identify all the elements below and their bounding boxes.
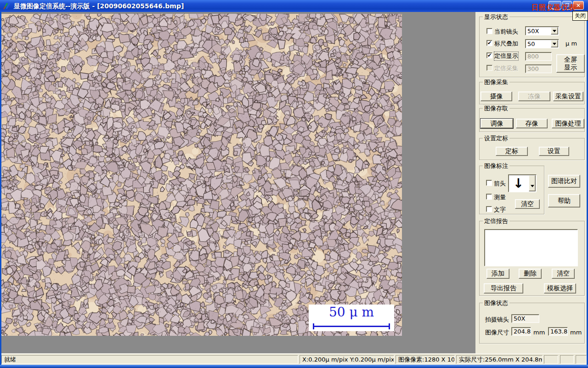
down-arrow-icon: ↓ xyxy=(509,175,528,192)
status-pixels: 图像像素:1280 X 1024 xyxy=(396,355,455,364)
calibrate-button[interactable]: 定标 xyxy=(496,147,528,156)
text-checkbox[interactable] xyxy=(486,206,492,212)
current-lens-label: 当前镜头 xyxy=(494,28,518,36)
group-capture: 图像采集 摄像 冻像 采集设置 xyxy=(479,82,585,104)
control-panel: 显示状态 当前镜头 50X ✔ 标尺叠加 50 μ m ✔ 定倍显示 800 定… xyxy=(475,12,587,353)
micrograph-image xyxy=(1,14,402,336)
status-bar: 就绪 X:0.200μ m/pix Y:0.200μ m/pix 图像像素:12… xyxy=(1,353,587,365)
group-title: 定倍报告 xyxy=(483,217,509,225)
status-ready: 就绪 xyxy=(1,355,298,364)
calibration-setup-button[interactable]: 设置 xyxy=(539,147,569,156)
export-report-button[interactable]: 导出报告 xyxy=(484,283,523,293)
group-annotation: 图像标注 箭头 测量 文字 ↓ 清空 xyxy=(479,166,544,214)
fixed-capture-field: 300 xyxy=(525,64,552,73)
process-image-button[interactable]: 图像处理 xyxy=(552,119,584,128)
report-delete-button[interactable]: 删除 xyxy=(519,269,542,279)
chevron-down-icon[interactable] xyxy=(551,40,558,47)
scale-overlay-select[interactable]: 50 xyxy=(525,39,559,48)
group-title: 图像存取 xyxy=(483,104,509,113)
group-title: 显示状态 xyxy=(483,13,509,21)
fixed-display-label: 定倍显示 xyxy=(494,52,518,60)
load-image-button[interactable]: 调像 xyxy=(481,119,513,128)
scale-overlay-label: 标尺叠加 xyxy=(494,40,518,48)
group-image-status: 图像状态 拍摄镜头 50X 图像尺寸 204.8 mm 163.8 mm xyxy=(479,303,585,344)
report-add-button[interactable]: 添加 xyxy=(486,269,509,279)
text-label: 文字 xyxy=(494,206,506,214)
close-tooltip: 关闭 xyxy=(572,11,588,21)
arrow-checkbox[interactable] xyxy=(486,180,492,186)
measure-checkbox[interactable] xyxy=(486,194,492,200)
group-title: 设置定标 xyxy=(483,134,509,143)
status-resolution: X:0.200μ m/pix Y:0.200μ m/pix xyxy=(300,355,394,364)
help-button[interactable]: 帮助 xyxy=(548,194,580,207)
annotation-clear-button[interactable]: 清空 xyxy=(515,199,540,209)
current-lens-checkbox[interactable] xyxy=(486,28,492,34)
arrow-label: 箭头 xyxy=(494,179,506,188)
report-listbox[interactable] xyxy=(484,229,578,266)
scale-overlay-checkbox[interactable]: ✔ xyxy=(486,40,492,46)
current-lens-select[interactable]: 50X xyxy=(525,26,559,35)
status-empty-panel xyxy=(544,355,558,364)
fixed-display-checkbox[interactable]: ✔ xyxy=(486,52,492,58)
template-select-button[interactable]: 模板选择 xyxy=(544,283,576,293)
app-window: 显微图像定倍系统--演示版 - [20090602055646.bmp] _ ❐… xyxy=(0,0,588,368)
brand-overlay-text: 日照仪器仪表 xyxy=(531,3,576,12)
height-unit-label: mm xyxy=(570,329,582,336)
fixed-display-field: 800 xyxy=(525,52,552,61)
shoot-button[interactable]: 摄像 xyxy=(481,92,512,101)
group-title: 图像状态 xyxy=(483,299,509,307)
app-logo-icon xyxy=(3,2,11,10)
close-icon: ✕ xyxy=(576,2,581,9)
image-workspace: 50 μ m xyxy=(1,12,475,353)
freeze-button: 冻像 xyxy=(518,92,550,101)
fixed-capture-label: 定倍采集 xyxy=(494,64,518,73)
group-report: 定倍报告 添加 删除 清空 导出报告 模板选择 xyxy=(479,221,585,296)
atlas-compare-button[interactable]: 图谱比对 xyxy=(548,175,580,188)
scale-bar-label: 50 μ m xyxy=(309,305,394,320)
save-image-button[interactable]: 存像 xyxy=(516,119,548,128)
fixed-capture-checkbox xyxy=(486,65,492,71)
status-empty-panel xyxy=(560,355,574,364)
status-empty-panel xyxy=(576,355,587,364)
window-border-bottom xyxy=(0,365,588,368)
window-title: 显微图像定倍系统--演示版 - [20090602055646.bmp] xyxy=(14,2,184,11)
status-actual-size: 实际尺寸:256.0mm X 204.8mm xyxy=(456,355,543,364)
measure-label: 测量 xyxy=(494,193,506,201)
scale-unit-label: μ m xyxy=(565,40,577,47)
group-storage: 图像存取 调像 存像 图像处理 xyxy=(479,108,585,132)
chevron-down-icon[interactable] xyxy=(551,27,558,34)
image-size-label: 图像尺寸 xyxy=(485,328,509,337)
width-unit-label: mm xyxy=(533,329,545,336)
group-calibration: 设置定标 定标 设置 xyxy=(479,138,585,160)
group-title: 图像采集 xyxy=(483,78,509,86)
scale-bar-overlay: 50 μ m xyxy=(309,305,394,331)
group-title: 图像标注 xyxy=(483,162,509,170)
scale-bar-line xyxy=(313,326,390,327)
fullscreen-button[interactable]: 全屏 显示 xyxy=(556,54,585,73)
capture-settings-button[interactable]: 采集设置 xyxy=(553,92,583,101)
report-clear-button[interactable]: 清空 xyxy=(552,269,575,279)
title-bar: 显微图像定倍系统--演示版 - [20090602055646.bmp] _ ❐… xyxy=(0,0,588,12)
arrow-style-select[interactable]: ↓ xyxy=(508,174,537,192)
chevron-down-icon[interactable] xyxy=(529,175,536,191)
shoot-lens-label: 拍摄镜头 xyxy=(485,316,509,324)
shoot-lens-field: 50X xyxy=(511,314,539,323)
group-display-status: 显示状态 当前镜头 50X ✔ 标尺叠加 50 μ m ✔ 定倍显示 800 定… xyxy=(479,17,585,77)
image-height-field: 163.8 xyxy=(548,327,568,336)
image-width-field: 204.8 xyxy=(511,327,531,336)
